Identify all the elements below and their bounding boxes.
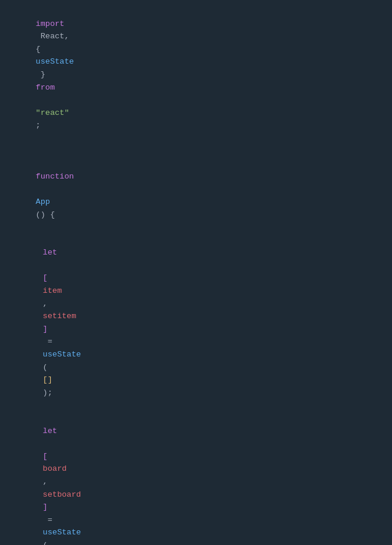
code-line-1: import React, { useState } from "react" … bbox=[0, 5, 392, 145]
code-line-2 bbox=[0, 145, 392, 158]
code-editor: import React, { useState } from "react" … bbox=[0, 0, 392, 545]
keyword-import: import bbox=[36, 19, 65, 28]
code-line-5: let [ board , setboard ] = useState ( []… bbox=[0, 412, 392, 545]
code-line-3: function App () { bbox=[0, 157, 392, 234]
code-line-4: let [ item , setitem ] = useState ( [] )… bbox=[0, 234, 392, 412]
